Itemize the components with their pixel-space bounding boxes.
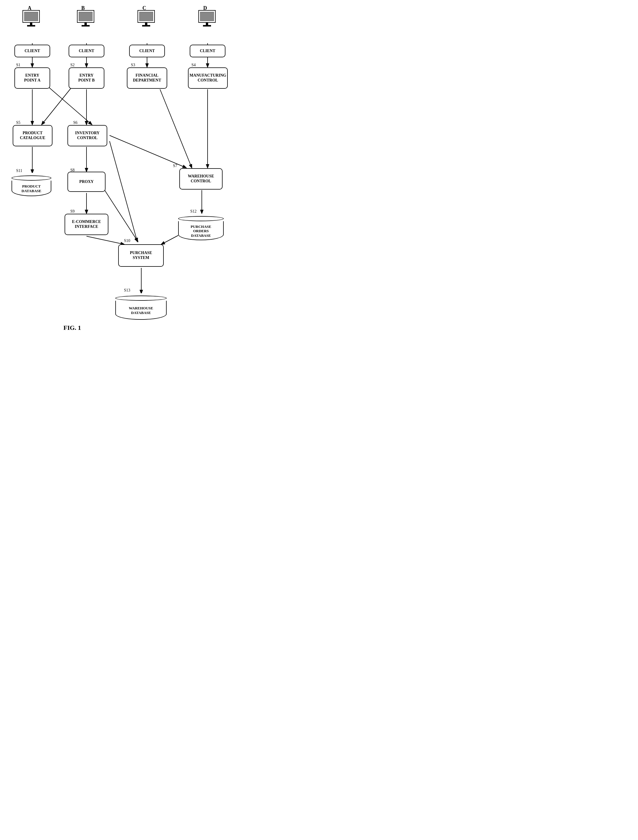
- step-s10: S10: [124, 238, 130, 243]
- financial-department: FINANCIALDEPARTMENT: [127, 68, 167, 89]
- entry-point-a: ENTRYPOINT A: [14, 68, 50, 89]
- computer-a: [22, 10, 40, 27]
- step-s11: S11: [16, 169, 22, 173]
- svg-line-10: [109, 136, 186, 167]
- computer-c: [138, 10, 155, 27]
- computer-d: [198, 10, 216, 27]
- warehouse-database: WAREHOUSEDATABASE: [115, 293, 167, 322]
- svg-line-16: [109, 141, 137, 242]
- step-s1: S1: [16, 63, 21, 68]
- purchase-orders-database: PURCHASEORDERSDATABASE: [178, 214, 224, 243]
- svg-line-12: [160, 89, 192, 167]
- ecommerce-interface: E-COMMERCEINTERFACE: [65, 214, 108, 235]
- proxy: PROXY: [68, 172, 106, 192]
- svg-line-17: [87, 236, 124, 244]
- step-s9: S9: [70, 209, 75, 214]
- purchase-system: PURCHASESYSTEM: [118, 244, 164, 267]
- diagram: A B C D CLIENT CLIENT CLIENT: [0, 0, 260, 331]
- client-d: CLIENT: [190, 45, 225, 57]
- warehouse-control: WAREHOUSECONTROL: [179, 168, 223, 189]
- product-catalogue: PRODUCTCATALOGUE: [13, 125, 52, 146]
- manufacturing-control: MANUFACTURINGCONTROL: [188, 68, 228, 89]
- inventory-control: INVENTORYCONTROL: [68, 125, 107, 146]
- entry-point-b: ENTRYPOINT B: [69, 68, 104, 89]
- step-s13: S13: [124, 288, 130, 293]
- svg-line-6: [42, 85, 73, 125]
- svg-line-5: [46, 85, 92, 125]
- step-s3: S3: [131, 63, 135, 68]
- step-s6: S6: [73, 120, 78, 125]
- figure-label: FIG. 1: [63, 324, 81, 332]
- step-s2: S2: [70, 63, 75, 68]
- client-b: CLIENT: [69, 45, 104, 57]
- step-s5: S5: [16, 120, 21, 125]
- product-database: PRODUCTDATABASE: [11, 173, 51, 199]
- step-s4: S4: [192, 63, 196, 68]
- step-s12: S12: [190, 209, 196, 214]
- computer-b: [77, 10, 94, 27]
- client-a: CLIENT: [14, 45, 50, 57]
- client-c: CLIENT: [129, 45, 165, 57]
- step-s7: S7: [173, 164, 177, 168]
